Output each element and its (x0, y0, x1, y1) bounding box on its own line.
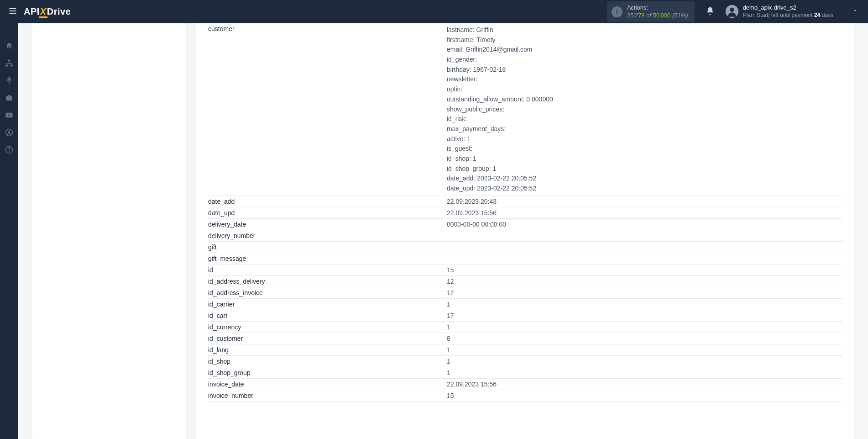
table-row: id_carrier1 (208, 298, 842, 310)
table-row: id_address_invoice12 (208, 287, 842, 298)
main: customerlastname: Griffin firstname: Tim… (18, 23, 868, 439)
field-value: 8 (447, 333, 842, 344)
field-key: id_cart (208, 310, 447, 321)
table-row: invoice_date22.09.2023 15:56 (208, 378, 842, 390)
user-icon (726, 5, 738, 18)
table-row: id_currency1 (208, 321, 842, 333)
svg-rect-1 (10, 11, 16, 11)
field-key: date_add (208, 196, 447, 207)
svg-point-12 (9, 151, 10, 152)
svg-rect-6 (6, 65, 8, 67)
youtube-icon (5, 111, 13, 119)
field-key: date_upd (208, 207, 447, 218)
table-row: date_upd22.09.2023 15:56 (208, 207, 842, 218)
field-value: 22.09.2023 15:56 (447, 207, 842, 218)
actions-box[interactable]: i Actions: 25'278 of 50'000 (51%) (607, 1, 695, 22)
svg-rect-5 (8, 60, 10, 62)
svg-rect-2 (10, 13, 16, 14)
actions-label: Actions: (627, 4, 688, 12)
user-circle-icon (5, 128, 13, 137)
table-row: id_lang1 (208, 344, 842, 355)
sidebar-item-connections[interactable] (0, 54, 18, 72)
field-key: delivery_date (208, 218, 447, 230)
field-key: id_customer (208, 333, 447, 344)
logo-api: API (24, 6, 40, 17)
actions-of: of (646, 12, 653, 19)
logo[interactable]: APIXDrive (24, 6, 71, 17)
field-value: 17 (447, 310, 842, 321)
sidebar-item-billing[interactable] (0, 72, 18, 89)
chevron-down-icon (852, 7, 859, 16)
sidebar-item-account[interactable] (0, 124, 18, 141)
svg-rect-0 (10, 8, 16, 9)
field-key: delivery_number (208, 230, 447, 241)
customer-block: lastname: Griffin firstname: Timoty emai… (447, 25, 842, 194)
sidebar-item-video[interactable] (0, 106, 18, 124)
svg-point-10 (8, 131, 10, 133)
data-table: customerlastname: Griffin firstname: Tim… (208, 23, 842, 402)
field-value: 1 (447, 298, 842, 310)
user-info: demo_apix-drive_s2 Plan |Start| left unt… (743, 4, 833, 19)
field-value (447, 230, 842, 241)
briefcase-icon (5, 94, 13, 102)
field-key: id (208, 264, 447, 275)
user-name: demo_apix-drive_s2 (743, 4, 833, 12)
actions-text: Actions: 25'278 of 50'000 (51%) (627, 4, 688, 20)
field-key: id_lang (208, 344, 447, 355)
sidebar-item-briefcase[interactable] (0, 89, 18, 106)
field-key: id_address_invoice (208, 287, 447, 298)
logo-drive: Drive (47, 6, 71, 17)
question-icon (5, 146, 13, 154)
left-panel (32, 23, 186, 439)
field-value: 22.09.2023 15:56 (447, 378, 842, 390)
field-value (447, 241, 842, 253)
table-row: invoice_number15 (208, 390, 842, 401)
field-key: id_address_delivery (208, 275, 447, 287)
user-menu[interactable]: demo_apix-drive_s2 Plan |Start| left unt… (722, 2, 863, 21)
user-avatar (726, 5, 738, 18)
field-value (447, 253, 842, 264)
field-value: 15 (447, 390, 842, 401)
table-row: id_address_delivery12 (208, 275, 842, 287)
actions-count: 25'278 (627, 12, 645, 19)
field-value: lastname: Griffin firstname: Timoty emai… (447, 23, 842, 196)
table-row: id_shop_group1 (208, 367, 842, 378)
table-row: id15 (208, 264, 842, 275)
field-value: 12 (447, 275, 842, 287)
field-key: invoice_date (208, 378, 447, 390)
table-row: gift_message (208, 253, 842, 264)
menu-button[interactable] (5, 4, 20, 20)
field-key: id_currency (208, 321, 447, 333)
user-plan: Plan |Start| left until payment 24 days (743, 12, 833, 19)
table-row: id_shop1 (208, 355, 842, 367)
sidebar-item-help[interactable] (0, 141, 18, 159)
hamburger-icon (8, 6, 17, 16)
sidebar-item-home[interactable] (0, 37, 18, 54)
table-row: gift (208, 241, 842, 253)
field-key: id_shop (208, 355, 447, 367)
sitemap-icon (5, 59, 13, 67)
field-value: 0000-00-00 00:00:00 (447, 218, 842, 230)
field-key: gift (208, 241, 447, 253)
svg-point-4 (730, 8, 734, 12)
notifications-button[interactable] (702, 3, 718, 21)
field-value: 1 (447, 344, 842, 355)
field-key: invoice_number (208, 390, 447, 401)
home-icon (5, 42, 13, 50)
table-row: delivery_number (208, 230, 842, 241)
field-key: id_carrier (208, 298, 447, 310)
header: APIXDrive i Actions: 25'278 of 50'000 (5… (0, 0, 868, 23)
right-panel: customerlastname: Griffin firstname: Tim… (196, 23, 854, 439)
field-key: id_shop_group (208, 367, 447, 378)
field-value: 15 (447, 264, 842, 275)
bell-icon (706, 6, 715, 16)
table-row: id_customer8 (208, 333, 842, 344)
table-row: delivery_date0000-00-00 00:00:00 (208, 218, 842, 230)
table-row: id_cart17 (208, 310, 842, 321)
field-key: gift_message (208, 253, 447, 264)
field-value: 1 (447, 367, 842, 378)
table-row: customerlastname: Griffin firstname: Tim… (208, 23, 842, 196)
dollar-icon (5, 76, 13, 85)
field-value: 12 (447, 287, 842, 298)
sidebar (0, 23, 18, 439)
